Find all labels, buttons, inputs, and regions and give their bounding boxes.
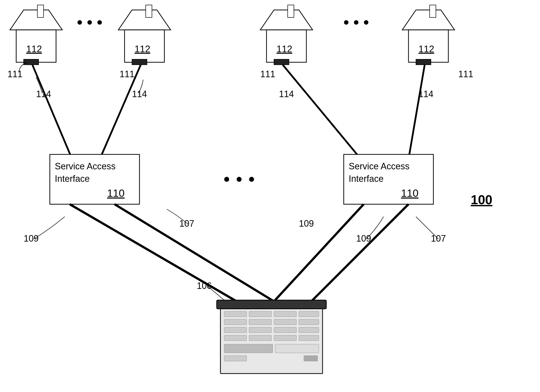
svg-rect-35 <box>217 300 326 309</box>
label-109-left: 109 <box>24 233 39 244</box>
svg-rect-38 <box>249 311 271 317</box>
svg-rect-40 <box>299 311 319 317</box>
label-111-4: 111 <box>458 69 473 79</box>
label-109-right: 109 <box>356 233 371 244</box>
svg-point-28 <box>224 177 229 182</box>
svg-point-20 <box>354 20 358 25</box>
svg-line-24 <box>283 65 361 159</box>
svg-line-25 <box>408 65 425 159</box>
svg-marker-0 <box>10 10 62 30</box>
svg-point-30 <box>249 177 254 182</box>
label-111-2: 111 <box>120 69 135 79</box>
svg-point-18 <box>97 20 102 25</box>
svg-rect-41 <box>224 319 247 325</box>
svg-line-22 <box>32 65 72 159</box>
svg-rect-13 <box>132 59 147 65</box>
svg-rect-56 <box>304 356 318 361</box>
svg-rect-14 <box>274 59 289 65</box>
svg-rect-12 <box>24 59 39 65</box>
svg-rect-11 <box>430 5 436 17</box>
svg-rect-48 <box>299 327 319 333</box>
svg-point-29 <box>237 177 242 182</box>
sai-label-left-2: Interface <box>55 174 90 184</box>
label-112-3: 112 <box>276 44 292 54</box>
label-111-1: 111 <box>7 69 22 79</box>
svg-point-21 <box>364 20 368 25</box>
svg-line-33 <box>274 204 364 301</box>
svg-rect-51 <box>274 335 296 341</box>
label-111-3: 111 <box>260 69 275 79</box>
svg-rect-8 <box>288 5 294 17</box>
svg-point-19 <box>344 20 348 25</box>
svg-rect-46 <box>249 327 271 333</box>
svg-rect-47 <box>274 327 296 333</box>
label-114-3: 114 <box>279 89 294 99</box>
sai-label-right-2: Interface <box>349 174 384 184</box>
svg-rect-52 <box>299 335 319 341</box>
svg-rect-54 <box>275 344 319 353</box>
svg-rect-44 <box>299 319 319 325</box>
svg-rect-45 <box>224 327 247 333</box>
svg-rect-37 <box>224 311 247 317</box>
label-112-2: 112 <box>135 44 150 54</box>
diagram-container: 112 112 112 112 111 111 111 111 114 114 … <box>0 0 540 392</box>
svg-rect-49 <box>224 335 247 341</box>
svg-rect-39 <box>274 311 296 317</box>
label-107-mid-left: 107 <box>179 218 194 229</box>
sai-label-left-1: Service Access <box>55 161 116 171</box>
svg-marker-3 <box>118 10 171 30</box>
svg-rect-42 <box>249 319 271 325</box>
svg-marker-6 <box>260 10 313 30</box>
label-112-1: 112 <box>26 44 42 54</box>
svg-point-16 <box>77 20 82 25</box>
sai-label-right-1: Service Access <box>349 161 409 171</box>
svg-line-34 <box>311 204 408 301</box>
sai-ref-right: 110 <box>401 187 418 199</box>
label-106: 106 <box>197 281 212 291</box>
label-112-4: 112 <box>418 44 434 54</box>
svg-rect-53 <box>224 344 273 353</box>
svg-point-17 <box>87 20 92 25</box>
label-100: 100 <box>471 193 492 207</box>
label-114-2: 114 <box>132 89 147 99</box>
svg-rect-2 <box>37 5 44 17</box>
svg-rect-5 <box>146 5 152 17</box>
svg-rect-36 <box>220 309 323 374</box>
label-107-mid-right: 109 <box>299 218 314 229</box>
svg-rect-43 <box>274 319 296 325</box>
svg-rect-55 <box>224 356 247 361</box>
label-107-right: 107 <box>431 233 446 244</box>
svg-rect-15 <box>416 59 431 65</box>
svg-marker-9 <box>402 10 455 30</box>
sai-ref-left: 110 <box>107 187 125 199</box>
svg-rect-50 <box>249 335 271 341</box>
